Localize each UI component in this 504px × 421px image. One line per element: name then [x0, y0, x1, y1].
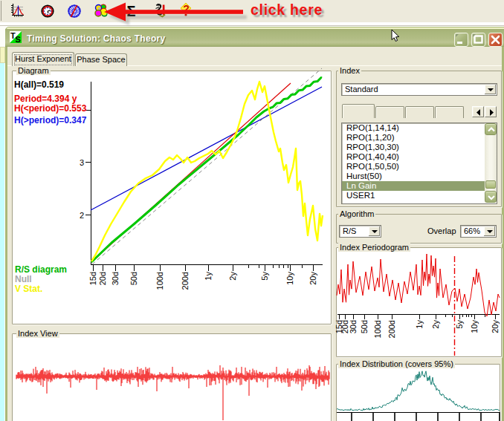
svg-text:S: S: [16, 35, 21, 44]
